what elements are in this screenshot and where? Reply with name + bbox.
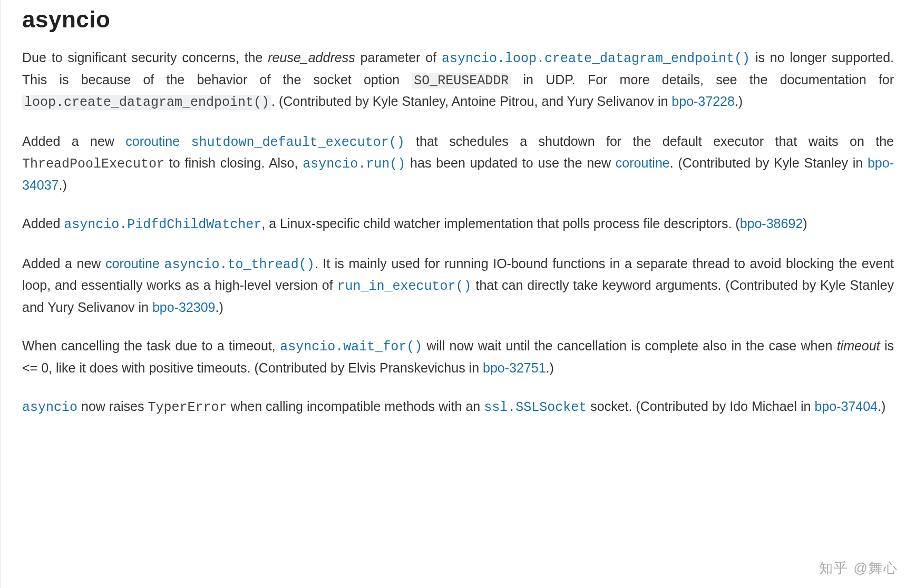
text: that schedules a shutdown for the defaul…: [405, 134, 894, 149]
text: when calling incompatible methods with a…: [227, 399, 484, 414]
text: , a Linux-specific child watcher impleme…: [261, 216, 739, 231]
link-bpo-32309[interactable]: bpo-32309: [152, 300, 216, 315]
link-bpo-37228[interactable]: bpo-37228: [671, 94, 735, 109]
paragraph-typererror-ssl: asyncio now raises TyperError when calli…: [22, 396, 894, 418]
text: . (Contributed by Kyle Stanley in: [670, 155, 868, 170]
text: now raises: [77, 399, 148, 414]
text: .): [59, 178, 67, 192]
code-link-asyncio-wait-for[interactable]: asyncio.wait_for(): [280, 339, 422, 355]
paragraph-to-thread: Added a new coroutine asyncio.to_thread(…: [22, 253, 894, 318]
link-bpo-37404[interactable]: bpo-37404: [814, 399, 878, 414]
code-typererror: TyperError: [148, 400, 227, 415]
text: . (Contributed by Kyle Stanley, Antoine …: [271, 94, 671, 109]
code-loop-create-datagram-endpoint: loop.create_datagram_endpoint(): [22, 95, 271, 110]
text: .): [878, 399, 885, 414]
text: to finish closing. Also,: [164, 155, 303, 170]
text: has been updated to use the new: [405, 155, 616, 170]
param-timeout: timeout: [837, 338, 880, 353]
text: ): [803, 216, 807, 231]
zhihu-watermark: 知乎 @舞心: [819, 559, 898, 577]
code-link-run-in-executor[interactable]: run_in_executor(): [337, 279, 472, 294]
param-reuse-address: reuse_address: [268, 50, 355, 65]
paragraph-pidfd-childwatcher: Added asyncio.PidfdChildWatcher, a Linux…: [22, 213, 894, 236]
paragraph-shutdown-default-executor: Added a new coroutine shutdown_default_e…: [22, 131, 894, 196]
text: Added: [22, 216, 64, 231]
document-page: asyncio Due to significant security conc…: [0, 0, 915, 588]
link-bpo-32751[interactable]: bpo-32751: [483, 360, 546, 375]
link-coroutine-2[interactable]: coroutine: [616, 155, 670, 170]
code-link-asyncio-run[interactable]: asyncio.run(): [303, 156, 405, 172]
code-link-pidfdchildwatcher[interactable]: asyncio.PidfdChildWatcher: [64, 217, 261, 232]
text: [160, 256, 164, 271]
code-so-reuseaddr: SO_REUSEADDR: [412, 73, 511, 89]
code-link-ssl-sslsocket[interactable]: ssl.SSLSocket: [484, 400, 587, 415]
text: parameter of: [355, 50, 442, 65]
text: .): [546, 360, 554, 375]
paragraph-wait-for-timeout: When cancelling the task due to a timeou…: [22, 336, 894, 378]
link-coroutine[interactable]: coroutine: [125, 134, 180, 149]
text: socket. (Contributed by Ido Michael in: [587, 399, 814, 414]
text: will now wait until the cancellation is …: [422, 338, 836, 353]
text: in UDP. For more details, see the docume…: [511, 72, 894, 87]
text: Due to significant security concerns, th…: [22, 50, 268, 65]
text: Added a new: [22, 256, 105, 271]
text: .): [735, 94, 743, 109]
code-link-asyncio[interactable]: asyncio: [22, 400, 77, 415]
text: Added a new: [22, 134, 125, 149]
text: .): [216, 300, 223, 315]
paragraph-reuse-address: Due to significant security concerns, th…: [22, 47, 894, 113]
link-bpo-38692[interactable]: bpo-38692: [740, 216, 803, 231]
code-threadpoolexecutor: ThreadPoolExecutor: [22, 156, 164, 172]
link-coroutine-3[interactable]: coroutine: [105, 256, 160, 271]
text: [180, 134, 191, 149]
code-link-asyncio-to-thread[interactable]: asyncio.to_thread(): [164, 257, 315, 272]
section-heading-asyncio: asyncio: [22, 6, 894, 33]
code-link-create-datagram-endpoint[interactable]: asyncio.loop.create_datagram_endpoint(): [442, 51, 750, 66]
text: When cancelling the task due to a timeou…: [22, 338, 280, 353]
code-link-shutdown-default-executor[interactable]: shutdown_default_executor(): [191, 135, 405, 150]
